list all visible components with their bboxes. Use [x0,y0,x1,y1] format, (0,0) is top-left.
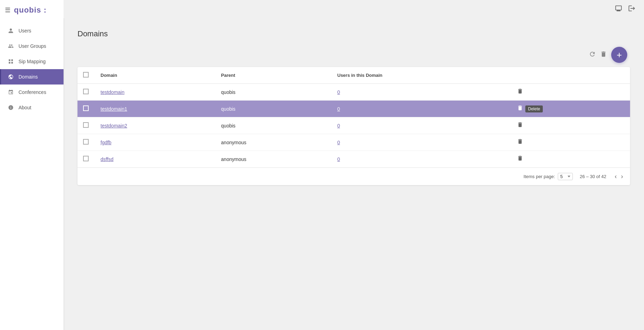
hamburger-icon[interactable]: ☰ [5,6,10,14]
topbar [64,0,644,18]
sidebar-item-user-groups-label: User Groups [18,43,46,49]
select-all-checkbox[interactable] [83,72,89,78]
sidebar-item-domains-label: Domains [18,74,38,80]
prev-page-button[interactable]: ‹ [613,172,618,181]
content-area: Domains + Domain [64,18,644,330]
delete-tooltip-container: Delete [517,105,543,113]
table-row: testdomain1 quobis 0 Delete [77,101,630,117]
sidebar-item-domains[interactable]: Domains [0,69,64,85]
row-checkbox-cell [77,84,95,101]
parent-cell: anonymous [215,151,332,168]
domains-table-container: Domain Parent Users in this Domain testd… [77,67,630,185]
info-icon [7,105,14,110]
row-checkbox[interactable] [83,105,89,111]
sidebar-nav: Users User Groups Sip Mapping Domains [0,23,64,115]
sidebar-item-users[interactable]: Users [0,23,64,38]
domain-cell: testdomain [95,84,215,101]
users-link[interactable]: 0 [337,156,340,162]
sidebar-item-users-label: Users [18,28,31,34]
delete-row-icon[interactable] [517,122,523,129]
add-domain-button[interactable]: + [611,47,627,63]
users-link[interactable]: 0 [337,89,340,95]
domain-link[interactable]: dsffsd [101,156,113,162]
parent-cell: quobis [215,101,332,117]
delete-row-icon[interactable] [517,89,523,96]
delete-row-icon[interactable] [517,156,523,163]
parent-column-header: Parent [215,67,332,84]
sidebar-header: ☰ quobis : [0,0,64,20]
table-header-row: Domain Parent Users in this Domain [77,67,630,84]
users-cell: 0 [332,134,511,151]
action-cell [511,117,630,134]
action-cell [511,84,630,101]
sidebar-item-conferences-label: Conferences [18,89,46,95]
sidebar-item-user-groups[interactable]: User Groups [0,38,64,54]
page-range: 26 – 30 of 42 [580,174,606,179]
select-all-header [77,67,95,84]
items-per-page-control: Items per page: 5 10 25 50 [524,173,573,180]
group-icon [7,43,14,49]
parent-cell: anonymous [215,134,332,151]
parent-cell: quobis [215,84,332,101]
domain-link[interactable]: testdomain2 [101,123,127,129]
row-checkbox[interactable] [83,156,89,161]
row-checkbox[interactable] [83,139,89,145]
domain-link[interactable]: testdomain1 [101,106,127,112]
domain-link[interactable]: fgdfb [101,140,111,145]
person-icon [7,28,14,34]
sidebar: ☰ quobis : Users User Groups Sip Mapping [0,0,64,330]
domain-cell: fgdfb [95,134,215,151]
next-page-button[interactable]: › [620,172,624,181]
delete-tooltip-label: Delete [525,105,543,112]
action-cell: Delete [511,101,630,117]
monitor-icon[interactable] [615,5,622,14]
parent-cell: quobis [215,117,332,134]
domain-cell: testdomain1 [95,101,215,117]
action-cell [511,151,630,168]
globe-icon [7,74,14,80]
table-row: fgdfb anonymous 0 [77,134,630,151]
domain-cell: dsffsd [95,151,215,168]
users-cell: 0 [332,117,511,134]
sidebar-item-about[interactable]: About [0,100,64,115]
main-area: Domains + Domain [64,0,644,330]
sidebar-item-sip-mapping-label: Sip Mapping [18,59,46,64]
users-link[interactable]: 0 [337,123,340,129]
items-per-page-select[interactable]: 5 10 25 50 [558,173,573,180]
delete-toolbar-icon[interactable] [600,51,607,59]
table-toolbar: + [77,47,630,63]
row-checkbox[interactable] [83,89,89,94]
domain-cell: testdomain2 [95,117,215,134]
refresh-icon[interactable] [589,51,596,59]
actions-column-header [511,67,630,84]
action-cell [511,134,630,151]
row-checkbox-cell [77,117,95,134]
sidebar-item-conferences[interactable]: Conferences [0,85,64,100]
row-checkbox-cell [77,151,95,168]
pagination: Items per page: 5 10 25 50 26 – 30 of 42… [77,168,630,185]
table-row: testdomain quobis 0 [77,84,630,101]
users-cell: 0 [332,151,511,168]
items-per-page-label: Items per page: [524,174,555,179]
users-column-header: Users in this Domain [332,67,511,84]
page-navigation: ‹ › [613,172,624,181]
calendar-icon [7,89,14,95]
domains-table: Domain Parent Users in this Domain testd… [77,67,630,168]
row-checkbox[interactable] [83,122,89,128]
users-link[interactable]: 0 [337,106,340,112]
delete-row-icon[interactable] [517,105,523,113]
users-link[interactable]: 0 [337,140,340,145]
grid-icon [7,59,14,64]
table-row: dsffsd anonymous 0 [77,151,630,168]
domain-column-header: Domain [95,67,215,84]
row-checkbox-cell [77,101,95,117]
app-logo: quobis : [14,6,47,15]
table-row: testdomain2 quobis 0 [77,117,630,134]
users-cell: 0 [332,84,511,101]
sidebar-item-sip-mapping[interactable]: Sip Mapping [0,54,64,69]
logout-icon[interactable] [628,5,636,14]
domain-link[interactable]: testdomain [101,89,124,95]
users-cell: 0 [332,101,511,117]
delete-row-icon[interactable] [517,139,523,146]
row-checkbox-cell [77,134,95,151]
